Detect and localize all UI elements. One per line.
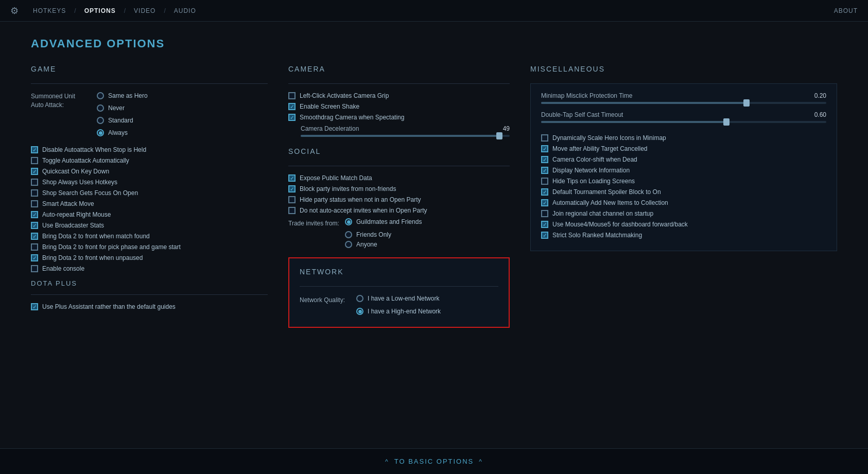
deceleration-track[interactable] (301, 135, 510, 137)
radio-standard-btn[interactable] (97, 117, 104, 124)
radio-guildmates-btn[interactable] (345, 218, 352, 225)
misc-cb-9-box[interactable]: ✓ (541, 232, 548, 239)
camera-deceleration-slider[interactable]: Camera Deceleration 49 (288, 125, 510, 137)
game-cb-9-box[interactable] (31, 243, 38, 251)
misc-cb-2-box[interactable]: ✓ (541, 156, 548, 163)
deceleration-thumb[interactable] (496, 132, 502, 139)
misc-cb-9-row[interactable]: ✓Strict Solo Ranked Matchmaking (541, 232, 826, 239)
radio-anyone-btn[interactable] (345, 241, 352, 248)
deceleration-fill (301, 135, 499, 137)
game-cb-4-row[interactable]: Shop Search Gets Focus On Open (31, 189, 268, 197)
minimap-thumb[interactable] (743, 99, 750, 107)
game-cb-2-row[interactable]: ✓Quickcast On Key Down (31, 168, 268, 175)
social-cb-1-box[interactable]: ✓ (288, 185, 296, 192)
camera-cb-0-row[interactable]: Left-Click Activates Camera Grip (288, 92, 510, 99)
radio-high-end-btn[interactable] (356, 308, 363, 315)
misc-cb-6-box[interactable]: ✓ (541, 199, 548, 206)
game-cb-11-box[interactable] (31, 265, 38, 272)
camera-cb-2-box[interactable]: ✓ (288, 114, 296, 121)
social-cb-2-row[interactable]: Hide party status when not in an Open Pa… (288, 196, 510, 203)
double-tap-label: Double-Tap Self Cast Timeout (541, 111, 623, 118)
radio-friends-only-btn[interactable] (345, 231, 352, 238)
nav-video[interactable]: VIDEO (130, 5, 160, 16)
social-cb-3-label: Do not auto-accept invites when in Open … (300, 207, 427, 214)
game-cb-5-box[interactable] (31, 200, 38, 207)
misc-cb-4-row[interactable]: Hide Tips on Loading Screens (541, 178, 826, 185)
radio-low-end-btn[interactable] (356, 295, 363, 302)
social-cb-3-box[interactable] (288, 207, 296, 214)
social-cb-3-row[interactable]: Do not auto-accept invites when in Open … (288, 207, 510, 214)
game-cb-6-row[interactable]: ✓Auto-repeat Right Mouse (31, 211, 268, 218)
radio-high-end[interactable]: I have a High-end Network (300, 308, 498, 315)
misc-section-title: MISCELLANEOUS (530, 65, 837, 76)
radio-standard[interactable]: Standard (89, 117, 148, 124)
game-cb-11-row[interactable]: Enable console (31, 265, 268, 272)
misc-cb-7-box[interactable] (541, 210, 548, 217)
game-cb-9-label: Bring Dota 2 to front for pick phase and… (42, 243, 181, 251)
social-cb-1-row[interactable]: ✓Block party invites from non-friends (288, 185, 510, 192)
misc-cb-3-row[interactable]: ✓Display Network Information (541, 167, 826, 174)
misc-cb-5-box[interactable]: ✓ (541, 188, 548, 196)
misc-cb-7-row[interactable]: Join regional chat channel on startup (541, 210, 826, 217)
game-cb-1-box[interactable] (31, 157, 38, 164)
game-cb-7-row[interactable]: ✓Use Broadcaster Stats (31, 222, 268, 229)
nav-about[interactable]: ABOUT (834, 7, 858, 14)
misc-cb-1-box[interactable]: ✓ (541, 145, 548, 152)
nav-options[interactable]: OPTIONS (80, 5, 120, 16)
radio-same-as-hero-btn[interactable] (97, 92, 104, 99)
game-cb-1-row[interactable]: Toggle Autoattack Automatically (31, 157, 268, 164)
game-cb-6-box[interactable]: ✓ (31, 211, 38, 218)
game-cb-3-box[interactable] (31, 179, 38, 186)
misc-cb-8-box[interactable]: ✓ (541, 221, 548, 228)
misc-cb-0-row[interactable]: Dynamically Scale Hero Icons in Minimap (541, 134, 826, 142)
game-cb-0-box[interactable]: ✓ (31, 146, 38, 153)
game-cb-4-box[interactable] (31, 189, 38, 197)
game-cb-5-row[interactable]: Smart Attack Move (31, 200, 268, 207)
radio-same-as-hero[interactable]: Same as Hero (89, 92, 148, 99)
dotaplus-cb-0-row[interactable]: ✓Use Plus Assistant rather than the defa… (31, 303, 268, 310)
radio-never-btn[interactable] (97, 104, 104, 112)
game-cb-2-box[interactable]: ✓ (31, 168, 38, 175)
double-tap-slider[interactable]: Double-Tap Self Cast Timeout 0.60 (541, 111, 826, 123)
misc-cb-2-row[interactable]: ✓Camera Color-shift when Dead (541, 156, 826, 163)
radio-always-btn[interactable] (97, 129, 104, 136)
social-cb-0-row[interactable]: ✓Expose Public Match Data (288, 174, 510, 182)
camera-cb-1-row[interactable]: ✓Enable Screen Shake (288, 103, 510, 110)
misc-cb-3-box[interactable]: ✓ (541, 167, 548, 174)
misc-cb-1-row[interactable]: ✓Move after Ability Target Cancelled (541, 145, 826, 152)
game-cb-8-row[interactable]: ✓Bring Dota 2 to front when match found (31, 233, 268, 240)
nav-audio[interactable]: AUDIO (170, 5, 200, 16)
basic-options-button[interactable]: ^ TO BASIC OPTIONS ^ (385, 458, 483, 465)
radio-friends-only[interactable]: Friends Only (288, 231, 510, 238)
game-cb-3-row[interactable]: Shop Always Uses Hotkeys (31, 179, 268, 186)
nav-hotkeys[interactable]: HOTKEYS (29, 5, 70, 16)
minimap-track[interactable] (541, 102, 826, 104)
misc-cb-0-box[interactable] (541, 134, 548, 142)
auto-attack-options: Same as Hero Never Standard Alw (89, 92, 148, 139)
camera-cb-1-label: Enable Screen Shake (300, 103, 359, 110)
misc-cb-5-row[interactable]: ✓Default Tournament Spoiler Block to On (541, 188, 826, 196)
double-tap-track[interactable] (541, 121, 826, 123)
dotaplus-cb-0-box[interactable]: ✓ (31, 303, 38, 310)
minimap-protection-slider[interactable]: Minimap Misclick Protection Time 0.20 (541, 92, 826, 104)
game-cb-8-box[interactable]: ✓ (31, 233, 38, 240)
misc-cb-4-box[interactable] (541, 178, 548, 185)
radio-always[interactable]: Always (89, 129, 148, 136)
social-cb-0-box[interactable]: ✓ (288, 174, 296, 182)
camera-cb-1-box[interactable]: ✓ (288, 103, 296, 110)
game-cb-10-box[interactable]: ✓ (31, 254, 38, 261)
misc-cb-8-row[interactable]: ✓Use Mouse4/Mouse5 for dashboard forward… (541, 221, 826, 228)
camera-cb-2-row[interactable]: ✓Smoothdrag Camera when Spectating (288, 114, 510, 121)
radio-never[interactable]: Never (89, 104, 148, 112)
game-cb-7-box[interactable]: ✓ (31, 222, 38, 229)
social-cb-2-box[interactable] (288, 196, 296, 203)
game-cb-0-row[interactable]: ✓Disable Autoattack When Stop is Held (31, 146, 268, 153)
radio-guildmates[interactable]: Guildmates and Friends (345, 218, 422, 225)
radio-anyone[interactable]: Anyone (288, 241, 510, 248)
misc-cb-6-row[interactable]: ✓Automatically Add New Items to Collecti… (541, 199, 826, 206)
double-tap-thumb[interactable] (723, 118, 730, 126)
game-cb-9-row[interactable]: Bring Dota 2 to front for pick phase and… (31, 243, 268, 251)
radio-low-end[interactable]: I have a Low-end Network (356, 295, 439, 302)
camera-cb-0-box[interactable] (288, 92, 296, 99)
game-cb-10-row[interactable]: ✓Bring Dota 2 to front when unpaused (31, 254, 268, 261)
